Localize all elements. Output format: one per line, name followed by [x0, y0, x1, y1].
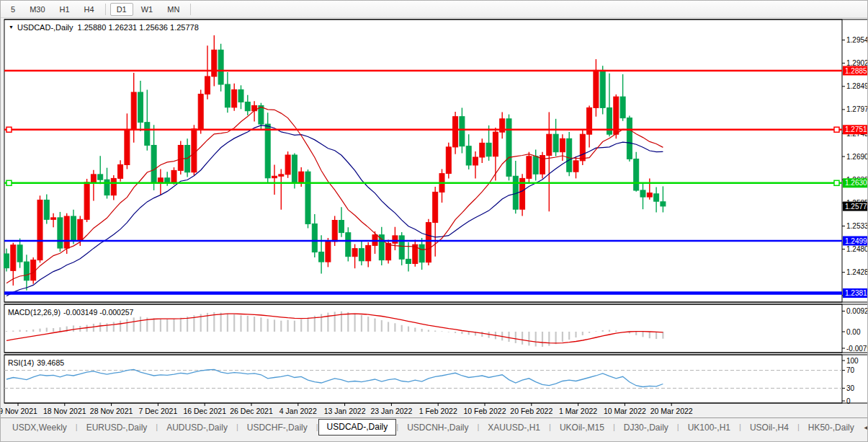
tab-xauusd-h1[interactable]: XAUUSD-,H1 — [479, 420, 549, 436]
hline-handle-right[interactable] — [834, 127, 839, 132]
svg-text:20 Feb 2022: 20 Feb 2022 — [510, 407, 552, 415]
svg-text:1.28495: 1.28495 — [846, 82, 868, 90]
tab-usdchf-daily[interactable]: USDCHF-,Daily — [238, 420, 316, 436]
svg-text:7 Dec 2021: 7 Dec 2021 — [139, 407, 178, 415]
chart-title: ▼USDCAD-,Daily1.25880 1.26231 1.25636 1.… — [9, 23, 199, 32]
svg-text:26 Dec 2021: 26 Dec 2021 — [230, 407, 273, 415]
timeframe-button-D1[interactable]: D1 — [110, 3, 133, 16]
svg-text:23 Jan 2022: 23 Jan 2022 — [370, 407, 412, 415]
timeframe-button-W1[interactable]: W1 — [135, 3, 160, 16]
svg-text:20 Mar 2022: 20 Mar 2022 — [650, 407, 693, 415]
tab-scroll-arrows: ◄► — [863, 420, 868, 431]
svg-text:4 Jan 2022: 4 Jan 2022 — [279, 407, 317, 415]
svg-text:1.26905: 1.26905 — [846, 153, 868, 161]
tab-hk50-daily[interactable]: HK50-,Daily — [800, 420, 863, 436]
svg-text:16 Dec 2021: 16 Dec 2021 — [183, 407, 226, 415]
svg-text:1.29545: 1.29545 — [846, 36, 868, 44]
timeframe-button-H1[interactable]: H1 — [53, 3, 76, 16]
symbol-dropdown-icon[interactable]: ▼ — [9, 25, 14, 30]
hline-handle-right[interactable] — [834, 180, 839, 185]
svg-text:1.24995: 1.24995 — [845, 237, 868, 245]
tab-dj30-daily[interactable]: DJ30-,Daily — [615, 420, 677, 436]
svg-text:10 Mar 2022: 10 Mar 2022 — [604, 407, 646, 415]
svg-text:1.23810: 1.23810 — [845, 289, 868, 297]
trading-platform-window: 5M30H1H4D1W1MN 1.295451.290201.284951.27… — [0, 0, 868, 442]
macd-values: -0.003149 -0.000257 — [63, 308, 134, 317]
tab-usdcnh-daily[interactable]: USDCNH-,Daily — [398, 420, 477, 436]
timeframe-button-H4[interactable]: H4 — [78, 3, 101, 16]
svg-text:0.00: 0.00 — [846, 328, 861, 336]
svg-text:1.24805: 1.24805 — [846, 245, 868, 253]
tab-usoil-h4[interactable]: USOil-,H4 — [741, 420, 797, 436]
svg-text:28 Nov 2021: 28 Nov 2021 — [90, 407, 133, 415]
rsi-indicator-label: RSI(14)39.4685 — [8, 358, 64, 367]
timeframe-button-5[interactable]: 5 — [4, 3, 22, 16]
timeframe-toolbar: 5M30H1H4D1W1MN — [1, 1, 867, 18]
svg-text:1 Feb 2022: 1 Feb 2022 — [419, 407, 457, 415]
svg-text:1.25330: 1.25330 — [846, 222, 868, 230]
tab-usdx-weekly[interactable]: USDX,Weekly — [4, 420, 76, 436]
tab-ukoil-m15[interactable]: UKOil-,M15 — [551, 420, 613, 436]
svg-text:13 Jan 2022: 13 Jan 2022 — [324, 407, 366, 415]
timeframe-button-MN[interactable]: MN — [161, 3, 186, 16]
chart-symbol-period: USDCAD-,Daily — [17, 23, 73, 32]
svg-text:30: 30 — [846, 384, 855, 392]
svg-text:0: 0 — [846, 397, 851, 405]
chart-ohlc-values: 1.25880 1.26231 1.25636 1.25778 — [78, 23, 199, 32]
toolbar-separator — [190, 4, 191, 15]
svg-text:100: 100 — [846, 357, 859, 365]
svg-text:0.009278: 0.009278 — [846, 307, 868, 315]
chart-tab-bar: USDX,Weekly|EURUSD-,Daily|AUDUSD-,Daily|… — [1, 417, 867, 442]
tab-usdcad-daily[interactable]: USDCAD-,Daily — [318, 419, 397, 436]
svg-text:1 Mar 2022: 1 Mar 2022 — [559, 407, 597, 415]
svg-text:-0.00750: -0.00750 — [846, 345, 868, 353]
svg-text:9 Nov 2021: 9 Nov 2021 — [1, 407, 37, 415]
svg-text:1.27515: 1.27515 — [845, 125, 868, 133]
svg-text:1.27970: 1.27970 — [846, 105, 868, 113]
svg-text:1.28851: 1.28851 — [845, 67, 868, 75]
timeframe-button-M30[interactable]: M30 — [23, 3, 51, 16]
rsi-name: RSI(14) — [8, 358, 34, 367]
macd-name: MACD(12,26,9) — [8, 308, 61, 317]
toolbar-separator — [105, 4, 106, 15]
tab-audusd-daily[interactable]: AUDUSD-,Daily — [158, 420, 236, 436]
svg-text:10 Feb 2022: 10 Feb 2022 — [464, 407, 506, 415]
svg-text:1.26306: 1.26306 — [845, 179, 868, 187]
svg-text:1.24280: 1.24280 — [846, 268, 868, 276]
tab-eurusd-daily[interactable]: EURUSD-,Daily — [78, 420, 156, 436]
svg-text:18 Nov 2021: 18 Nov 2021 — [43, 407, 86, 415]
tab-uk100-h1[interactable]: UK100-,H1 — [679, 420, 739, 436]
macd-indicator-label: MACD(12,26,9)-0.003149 -0.000257 — [8, 308, 133, 317]
hline-handle-left[interactable] — [6, 127, 12, 132]
rsi-values: 39.4685 — [37, 358, 64, 367]
tab-scroll-left-icon[interactable]: ◄ — [863, 424, 868, 431]
chart-canvas[interactable]: 1.295451.290201.284951.279701.274301.269… — [1, 18, 868, 417]
svg-text:1.25778: 1.25778 — [845, 203, 868, 211]
svg-text:70: 70 — [846, 366, 855, 374]
hline-handle-left[interactable] — [6, 180, 12, 185]
